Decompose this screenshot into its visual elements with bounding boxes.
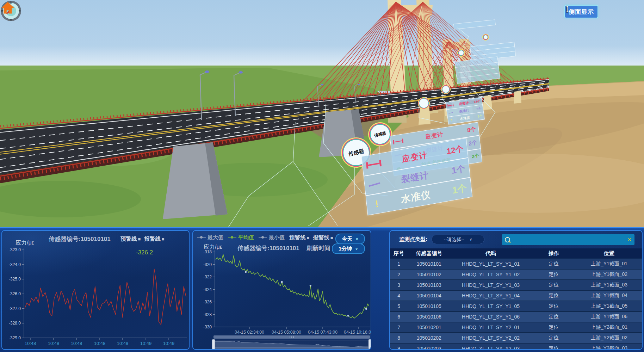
table-row[interactable]: 6105010106HHDQ_YL_LT_SY_Y1_06定位上游_Y1截面_0… [390, 312, 642, 322]
warn-line-label[interactable]: 预警线 [289, 234, 306, 241]
svg-text:-330: -330 [203, 325, 212, 329]
table-row[interactable]: 5105010105HHDQ_YL_LT_SY_Y1_05定位上游_Y1截面_0… [390, 301, 642, 312]
side-view-button[interactable]: 侧面显示 [564, 5, 598, 18]
cell-sensor-id: 105010203 [408, 346, 451, 349]
column-header: 传感器编号 [408, 250, 451, 257]
warn-line-label[interactable]: 预警线 [120, 235, 137, 243]
pillar-icon [565, 6, 569, 13]
alarm-line-swatch: ■ [162, 237, 165, 241]
level-icon: ! [450, 118, 454, 122]
svg-text:10:48: 10:48 [71, 341, 82, 346]
locate-link[interactable]: 定位 [531, 282, 576, 288]
sensor-badge-label: 传感器 [374, 130, 387, 138]
svg-text:-324.0: -324.0 [9, 262, 21, 267]
cell-sensor-id: 105010103 [408, 282, 451, 288]
svg-text:10:48: 10:48 [94, 341, 106, 346]
table-row[interactable]: 1105010101HHDQ_YL_LT_SY_Y1_01定位上游_Y1截面_0… [390, 259, 642, 270]
table-row[interactable]: 8105010202HHDQ_YL_LT_SY_Y2_02定位上游_Y2截面_0… [390, 333, 642, 344]
dashboard-strip: 应力/με 传感器编号:105010101 预警线■ 报警线■ -326.2 -… [0, 227, 644, 352]
table-body: 1105010101HHDQ_YL_LT_SY_Y1_01定位上游_Y1截面_0… [390, 259, 642, 349]
locate-link[interactable]: 定位 [531, 324, 576, 331]
table-row[interactable]: 4105010104HHDQ_YL_LT_SY_Y1_04定位上游_Y1截面_0… [390, 291, 642, 301]
cell-location: 上游_Y2截面_02 [576, 335, 642, 341]
sensor-count: 3个 [476, 113, 483, 119]
monitor-type-label: 监测点类型: [399, 236, 427, 243]
level-icon: ! [371, 197, 383, 210]
table-row[interactable]: 9105010203HHDQ_YL_LT_SY_Y2_03定位上游_Y2截面_0… [390, 344, 642, 349]
cell-index: 4 [390, 293, 408, 298]
locate-link[interactable]: 定位 [531, 292, 576, 299]
monitor-type-select[interactable]: --请选择-- ∨ [432, 235, 484, 244]
svg-text:04-15 07:43:00: 04-15 07:43:00 [308, 330, 338, 335]
locate-link[interactable]: 定位 [531, 261, 576, 267]
cell-sensor-id: 105010201 [408, 325, 451, 330]
chevron-down-icon: ∨ [355, 236, 359, 241]
cell-index: 2 [390, 272, 408, 277]
warn-line-swatch: ■ [307, 235, 310, 240]
table-row[interactable]: 3105010103HHDQ_YL_LT_SY_Y1_03定位上游_Y1截面_0… [390, 280, 642, 291]
search-input[interactable] [513, 236, 625, 243]
svg-text:10:49: 10:49 [117, 341, 129, 346]
compass-east-label: 东 [19, 10, 21, 12]
monitor-table-panel: 监测点类型: --请选择-- ∨ ✕ 序号传感器编号代码操作位置 1105010… [389, 230, 643, 350]
sensor-count: 12个 [446, 143, 464, 157]
datazoom-handle[interactable] [369, 339, 371, 349]
strain-icon [393, 138, 403, 144]
cell-location: 上游_Y1截面_05 [576, 303, 642, 309]
locate-link[interactable]: 定位 [531, 345, 576, 349]
table-row[interactable]: 7105010201HHDQ_YL_LT_SY_Y2_01定位上游_Y2截面_0… [390, 322, 642, 333]
locate-link[interactable]: 定位 [531, 271, 576, 278]
sensor-count: 2个 [469, 153, 479, 160]
sensor-type-label: 水准仪 [454, 115, 476, 122]
svg-text:-326.0: -326.0 [9, 291, 21, 296]
cell-index: 5 [390, 303, 408, 309]
left-chart-threshold-legend[interactable]: 预警线■ 报警线■ [120, 235, 167, 243]
bridge-monitor-app: 传感器 传感器 应变计8个裂缝计2个加速度传感器2个 应变计12个裂缝计1个!水… [0, 0, 644, 352]
warn-line-swatch: ■ [138, 237, 141, 241]
alarm-line-label[interactable]: 报警线 [313, 234, 329, 241]
home-icon[interactable] [0, 0, 16, 16]
svg-text:-326: -326 [203, 299, 212, 304]
horizon-haze [0, 46, 644, 68]
column-header: 序号 [390, 250, 408, 257]
table-header: 序号传感器编号代码操作位置 [390, 248, 642, 259]
bridge-3d-scene[interactable]: 传感器 传感器 应变计8个裂缝计2个加速度传感器2个 应变计12个裂缝计1个!水… [0, 0, 644, 227]
strain-icon [447, 104, 453, 107]
mid-threshold-legend[interactable]: 预警线■ 报警线■ [289, 234, 336, 241]
svg-text:10:48: 10:48 [48, 341, 60, 346]
legend-min-marker [259, 237, 267, 238]
history-chart-panel: 最大值 平均值 最小值 预警线■ 报警线■ 今天 ∨ 应力/με 传感器编号:1… [192, 230, 371, 350]
legend-avg[interactable]: 平均值 [228, 234, 254, 241]
time-range-select[interactable]: 今天 ∨ [335, 234, 365, 244]
cell-location: 上游_Y1截面_01 [576, 261, 642, 267]
datazoom-handle[interactable] [212, 339, 215, 349]
table-row[interactable]: 2105010102HHDQ_YL_LT_SY_Y1_02定位上游_Y1截面_0… [390, 270, 642, 280]
svg-text:-325.0: -325.0 [9, 277, 21, 282]
svg-text:-328.0: -328.0 [9, 321, 21, 326]
clear-search-icon[interactable]: ✕ [627, 237, 632, 242]
svg-text:-323.0: -323.0 [9, 247, 21, 252]
locate-link[interactable]: 定位 [531, 314, 576, 320]
realtime-line-chart: -323.0-324.0-325.0-326.0-327.0-328.0-329… [2, 247, 189, 350]
legend-max[interactable]: 最大值 [197, 234, 223, 241]
svg-text:04-15 02:34:00: 04-15 02:34:00 [235, 330, 264, 335]
alarm-line-swatch: ■ [330, 235, 333, 240]
search-icon [505, 237, 510, 242]
svg-text:-320: -320 [203, 262, 212, 267]
cell-code: HHDQ_YL_LT_SY_Y1_05 [451, 303, 531, 309]
time-range-value: 今天 [342, 236, 352, 242]
table-filter-row: 监测点类型: --请选择-- ∨ ✕ [390, 231, 642, 248]
cell-location: 上游_Y1截面_04 [576, 292, 642, 299]
datazoom-slider[interactable] [212, 335, 371, 349]
svg-text:10:49: 10:49 [140, 341, 152, 346]
legend-min[interactable]: 最小值 [259, 234, 285, 241]
cell-location: 上游_Y2截面_01 [576, 324, 642, 331]
sensor-count: 1个 [446, 181, 467, 198]
cell-code: HHDQ_YL_LT_SY_Y1_03 [451, 282, 531, 288]
locate-link[interactable]: 定位 [531, 303, 576, 309]
alarm-line-label[interactable]: 报警线 [144, 235, 161, 243]
cell-code: HHDQ_YL_LT_SY_Y1_06 [451, 314, 531, 320]
locate-link[interactable]: 定位 [531, 335, 576, 341]
legend-avg-marker [228, 237, 236, 238]
cell-index: 8 [390, 335, 408, 341]
